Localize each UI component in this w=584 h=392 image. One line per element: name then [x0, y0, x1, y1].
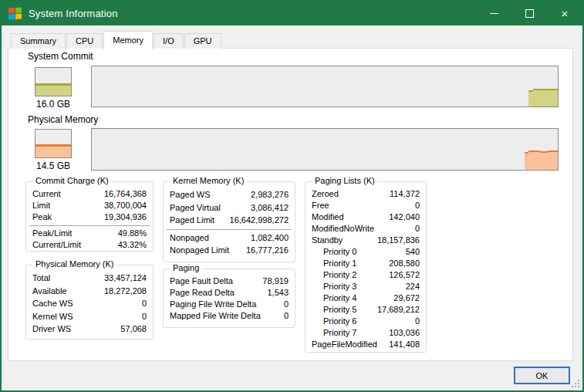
stat-value: 208,580 [389, 258, 420, 269]
stat-row: Mapped File Write Delta 0 [167, 310, 292, 322]
stat-label: Standby [312, 235, 343, 246]
stat-value: 0 [415, 316, 420, 327]
stat-label: Current [32, 188, 61, 200]
tab-io[interactable]: I/O [154, 33, 184, 49]
close-icon: × [562, 8, 569, 19]
stat-row: Nonpaged Limit 16,777,216 [167, 244, 292, 257]
stat-label: Peak/Limit [32, 228, 72, 239]
tab-label: GPU [194, 36, 212, 46]
stat-label: Zeroed [312, 188, 339, 200]
window-title: System Information [29, 8, 118, 19]
ok-button[interactable]: OK [514, 367, 570, 384]
stat-value: 16,642,998,272 [230, 214, 289, 227]
stat-row: Zeroed 114,372 [309, 188, 423, 200]
stat-label: Priority 6 [312, 316, 356, 327]
graph-fill-segment [540, 151, 548, 170]
memory-tab-page: System Commit 16.0 GB Physical Memory 14… [8, 48, 573, 361]
tab-label: CPU [76, 36, 93, 46]
kernel-memory-group: Kernel Memory (K) Paged WS 2,983,276 Pag… [163, 181, 295, 262]
stat-row: Priority 5 17,689,212 [309, 304, 423, 316]
stat-label: Limit [32, 200, 50, 211]
stat-row: Priority 7 103,036 [309, 327, 423, 339]
tab-memory[interactable]: Memory [103, 31, 153, 49]
stat-row: Available 18,272,208 [29, 285, 150, 298]
stat-value: 16,764,368 [104, 188, 147, 200]
stat-row: Cache WS 0 [29, 297, 150, 310]
stat-row: Total 33,457,124 [29, 272, 150, 285]
stat-row: Peak 19,304,936 [29, 211, 150, 223]
stat-value: 43.32% [118, 239, 147, 251]
stat-label: Paged Virtual [170, 201, 221, 215]
stat-value: 540 [406, 246, 420, 258]
tab-gpu[interactable]: GPU [184, 33, 221, 49]
stat-label: ModifiedNoWrite [312, 223, 374, 235]
stat-row: Kernel WS 0 [29, 310, 150, 323]
stat-label: Cache WS [32, 297, 73, 310]
stat-row: Paged WS 2,983,276 [167, 188, 292, 201]
stat-value: 0 [284, 310, 289, 322]
stat-row: Current/Limit 43.32% [29, 239, 150, 251]
stat-label: Priority 7 [312, 327, 356, 339]
stat-value: 0 [415, 223, 420, 235]
stat-value: 2,983,276 [251, 188, 289, 201]
stat-value: 1,543 [267, 287, 289, 299]
minimize-icon [490, 13, 498, 14]
paging-lists-group: Paging Lists (K) Zeroed 114,372 Free 0 M… [305, 181, 427, 353]
maximize-icon [525, 9, 534, 18]
tab-summary[interactable]: Summary [11, 33, 66, 49]
stat-value: 142,040 [389, 211, 420, 223]
stat-value: 33,457,124 [104, 272, 147, 285]
stat-label: Paged Limit [170, 214, 214, 227]
stat-label: PageFileModified [312, 339, 377, 350]
stat-row: Nonpaged 1,082,400 [167, 229, 292, 245]
stat-label: Mapped File Write Delta [170, 310, 261, 322]
tab-cpu[interactable]: CPU [66, 33, 103, 49]
stat-label: Priority 3 [312, 281, 356, 292]
stat-value: 19,304,936 [104, 211, 147, 223]
stat-label: Nonpaged Limit [170, 244, 229, 257]
stat-value: 78,919 [262, 275, 289, 287]
stat-label: Page Read Delta [170, 287, 235, 299]
tab-label: Memory [113, 35, 143, 45]
stat-label: Driver WS [32, 323, 71, 336]
physical-memory-label: Physical Memory [28, 114, 98, 125]
stat-row: Current 16,764,368 [29, 188, 150, 200]
stat-row: Peak/Limit 49.88% [29, 225, 150, 239]
stat-value: 141,408 [389, 339, 420, 350]
stat-value: 57,068 [120, 323, 147, 336]
stat-label: Priority 0 [312, 246, 356, 258]
stat-label: Peak [32, 211, 52, 223]
system-commit-gauge [35, 67, 72, 96]
stat-label: Paged WS [170, 188, 211, 201]
stat-row: Priority 1 208,580 [309, 258, 423, 269]
maximize-button[interactable] [511, 2, 547, 25]
stat-value: 1,082,400 [251, 231, 289, 245]
stat-row: Driver WS 57,068 [29, 323, 150, 336]
system-commit-gauge-fill [35, 83, 71, 96]
stat-label: Free [312, 200, 329, 211]
stat-value: 0 [142, 310, 147, 323]
close-button[interactable]: × [547, 2, 582, 25]
physical-memory-gauge-fill [35, 144, 71, 157]
resize-grip[interactable] [572, 380, 580, 388]
group-title: Kernel Memory (K) [170, 176, 247, 185]
stat-label: Priority 5 [312, 304, 356, 316]
stat-label: Current/Limit [32, 239, 81, 251]
physical-memory-k-group: Physical Memory (K) Total 33,457,124 Ava… [25, 265, 154, 340]
stat-value: 18,272,208 [104, 285, 147, 298]
stat-row: Priority 6 0 [309, 316, 423, 327]
stat-label: Priority 4 [312, 292, 356, 304]
stat-value: 0 [415, 200, 420, 211]
stat-value: 17,689,212 [377, 304, 420, 316]
stat-value: 38,700,004 [104, 200, 147, 211]
stat-value: 3,086,412 [251, 201, 289, 215]
stat-label: Kernel WS [32, 310, 73, 323]
graph-fill-segment [533, 89, 558, 106]
graph-fill-segment [548, 150, 558, 170]
stat-row: Limit 38,700,004 [29, 200, 150, 211]
tab-label: I/O [163, 36, 174, 46]
stat-label: Paging File Write Delta [170, 299, 256, 310]
stat-value: 16,777,216 [246, 244, 289, 257]
stat-row: Priority 4 29,672 [309, 292, 423, 304]
minimize-button[interactable] [476, 2, 511, 25]
